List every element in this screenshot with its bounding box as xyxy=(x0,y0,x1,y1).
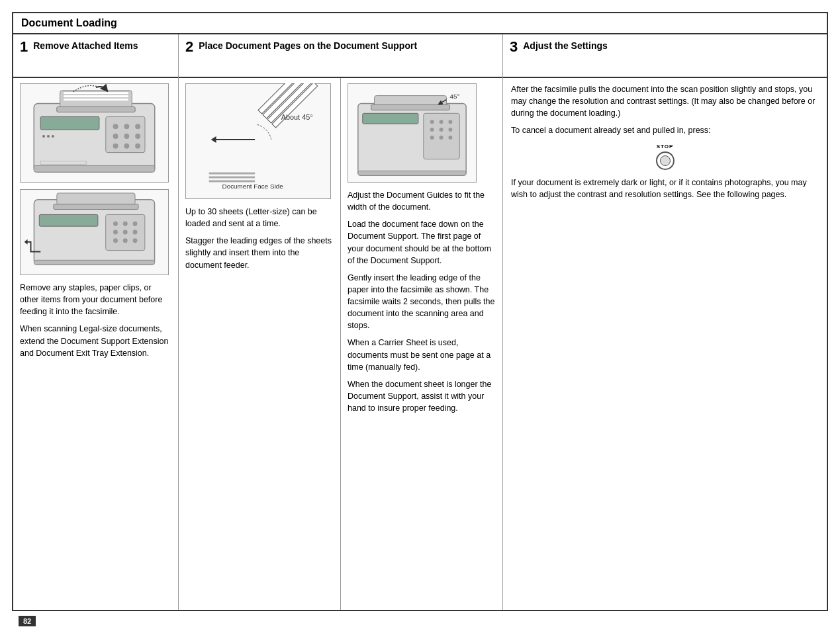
section2-number: 2 xyxy=(185,40,193,54)
page-wrapper: Document Loading 1 Remove Attached Items xyxy=(0,0,840,631)
col2-right-para1: Adjust the Document Guides to fit the wi… xyxy=(348,189,496,213)
title-text: Document Loading xyxy=(21,17,117,28)
col1-content: Remove any staples, paper clips, or othe… xyxy=(13,78,178,610)
col3-para3: If your document is extremely dark or li… xyxy=(511,177,819,200)
col2-header: 2 Place Document Pages on the Document S… xyxy=(179,34,502,78)
col2-left-para1: Up to 30 sheets (Letter-size) can be loa… xyxy=(185,206,334,230)
column-3: 3 Adjust the Settings After the facsimil… xyxy=(503,34,827,610)
svg-marker-36 xyxy=(24,239,28,245)
column-2: 2 Place Document Pages on the Document S… xyxy=(179,34,503,610)
stop-button-container: STOP xyxy=(511,144,819,170)
svg-point-59 xyxy=(430,136,434,140)
svg-point-26 xyxy=(113,222,118,226)
svg-point-27 xyxy=(123,222,128,226)
svg-point-7 xyxy=(113,124,118,129)
stop-button-circle xyxy=(656,151,675,170)
svg-point-55 xyxy=(448,120,452,124)
svg-rect-48 xyxy=(209,180,255,182)
svg-rect-35 xyxy=(39,214,98,226)
column-1: 1 Remove Attached Items xyxy=(13,34,179,610)
paper-angle-svg: About 45° Document Face Side xyxy=(186,83,330,199)
svg-point-32 xyxy=(113,238,118,243)
svg-rect-3 xyxy=(64,95,129,98)
fax-machine-svg-top xyxy=(21,84,168,182)
svg-point-10 xyxy=(113,134,118,139)
svg-point-13 xyxy=(113,144,118,149)
col3-content: After the facsimile pulls the document i… xyxy=(503,78,827,610)
svg-point-56 xyxy=(430,128,434,132)
fax-insert-svg: 45° xyxy=(348,83,476,183)
svg-rect-47 xyxy=(209,177,255,179)
fax-illus-bottom xyxy=(20,189,169,275)
document-title: Document Loading xyxy=(13,13,827,34)
svg-rect-20 xyxy=(34,165,155,172)
col1-header: 1 Remove Attached Items xyxy=(13,34,178,78)
svg-point-9 xyxy=(135,124,140,129)
svg-point-11 xyxy=(124,134,129,139)
svg-rect-5 xyxy=(57,107,135,112)
svg-marker-39 xyxy=(211,136,216,143)
svg-rect-2 xyxy=(64,92,129,95)
svg-text:45°: 45° xyxy=(449,93,459,100)
svg-point-28 xyxy=(133,222,138,226)
section1-number: 1 xyxy=(20,40,28,54)
svg-point-14 xyxy=(124,144,129,149)
fax-insert-illus: 45° xyxy=(348,83,477,183)
col2-right-para2: Load the document face down on the Docum… xyxy=(348,218,496,267)
paper-angle-illus: About 45° Document Face Side xyxy=(185,83,331,199)
columns-row: 1 Remove Attached Items xyxy=(13,34,827,610)
col2-left: About 45° Document Face Side Up to 30 sh… xyxy=(179,78,341,610)
fax-illus-top xyxy=(20,83,169,183)
page-footer: 82 xyxy=(12,611,828,631)
svg-rect-37 xyxy=(34,260,154,265)
svg-rect-24 xyxy=(54,204,138,210)
svg-rect-4 xyxy=(64,99,129,101)
svg-rect-46 xyxy=(209,173,255,175)
svg-point-30 xyxy=(123,230,128,235)
svg-point-53 xyxy=(430,120,434,124)
col1-para1: Remove any staples, paper clips, or othe… xyxy=(20,282,171,317)
section3-number: 3 xyxy=(510,40,518,54)
svg-rect-23 xyxy=(57,193,135,205)
svg-rect-51 xyxy=(371,105,450,110)
svg-point-8 xyxy=(124,124,129,129)
col3-para2: To cancel a document already set and pul… xyxy=(511,124,819,136)
svg-rect-21 xyxy=(40,161,86,164)
svg-text:About 45°: About 45° xyxy=(281,113,313,121)
col2-content: About 45° Document Face Side Up to 30 sh… xyxy=(179,78,502,610)
svg-point-29 xyxy=(113,230,118,235)
svg-rect-65 xyxy=(358,171,466,175)
svg-point-18 xyxy=(47,135,50,138)
page-number: 82 xyxy=(19,616,36,626)
section1-title: Remove Attached Items xyxy=(33,40,138,52)
col2-right-para3: Gently insert the leading edge of the pa… xyxy=(348,272,496,332)
col3-para1: After the facsimile pulls the document i… xyxy=(511,83,819,119)
stop-button-area: STOP xyxy=(656,144,675,170)
section2-title: Place Document Pages on the Document Sup… xyxy=(199,40,417,52)
svg-point-34 xyxy=(133,238,138,243)
svg-rect-62 xyxy=(363,113,418,124)
svg-point-58 xyxy=(448,128,452,132)
svg-rect-16 xyxy=(40,116,99,130)
col2-right-para4: When a Carrier Sheet is used, documents … xyxy=(348,337,496,372)
svg-point-17 xyxy=(42,135,45,138)
section3-title: Adjust the Settings xyxy=(523,40,608,52)
fax-machine-svg-bottom xyxy=(21,190,168,274)
stop-label: STOP xyxy=(657,144,674,149)
svg-point-54 xyxy=(440,120,443,124)
outer-border: Document Loading 1 Remove Attached Items xyxy=(12,12,828,611)
col2-right-para5: When the document sheet is longer the Do… xyxy=(348,378,496,414)
svg-point-33 xyxy=(123,238,128,243)
svg-point-61 xyxy=(448,136,452,140)
svg-text:Document Face Side: Document Face Side xyxy=(222,183,284,190)
svg-point-60 xyxy=(440,136,443,140)
svg-point-57 xyxy=(440,128,443,132)
stop-inner-dot xyxy=(660,155,671,166)
col3-header: 3 Adjust the Settings xyxy=(503,34,827,78)
col1-para2: When scanning Legal-size documents, exte… xyxy=(20,323,171,358)
svg-point-12 xyxy=(135,134,140,139)
col2-right: 45° xyxy=(341,78,502,610)
svg-point-31 xyxy=(133,230,138,235)
col2-left-para2: Stagger the leading edges of the sheets … xyxy=(185,235,334,271)
svg-point-15 xyxy=(135,144,140,149)
